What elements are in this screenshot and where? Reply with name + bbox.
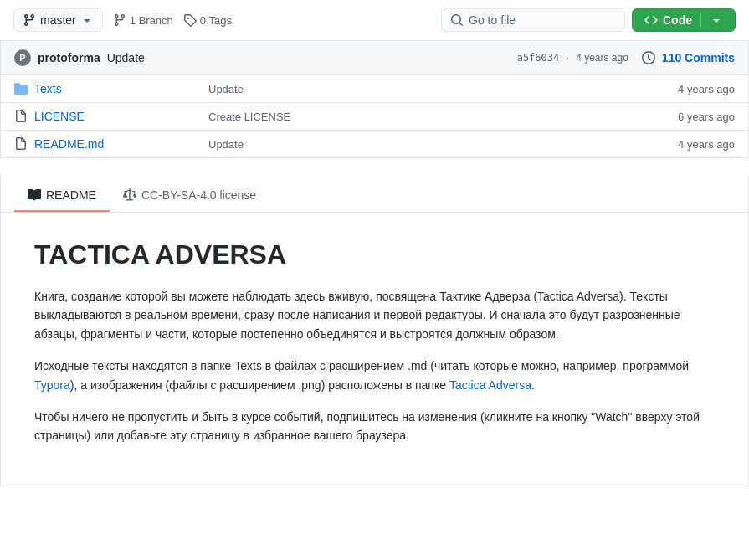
readme-paragraph-3: Чтобы ничего не пропустить и быть в курс…: [34, 408, 715, 445]
avatar: P: [14, 49, 31, 66]
commit-hash: a5f6034: [517, 52, 560, 64]
readme-title: TACTICA ADVERSA: [34, 239, 715, 270]
top-bar: master 1 Branch 0 Tags Go to file Code: [0, 0, 749, 41]
license-link[interactable]: LICENSE: [34, 110, 85, 123]
chevron-down-icon-code: [710, 13, 723, 27]
typora-link[interactable]: Typora: [34, 378, 70, 392]
tab-readme-label: README: [46, 188, 96, 202]
file-commit-license: Create LICENSE: [208, 110, 628, 123]
branch-count: 1 Branch: [130, 14, 173, 27]
table-row: README.md Update 4 years ago: [1, 131, 748, 157]
chevron-down-icon: [80, 13, 94, 27]
tab-readme[interactable]: README: [14, 178, 110, 212]
branch-count-link[interactable]: 1 Branch: [113, 13, 173, 27]
commit-bar: P protoforma Update a5f6034 · 4 years ag…: [0, 41, 749, 75]
file-name-texts: Texts: [34, 82, 202, 95]
readme-content: TACTICA ADVERSA Книга, создание которой …: [0, 213, 749, 486]
commit-age: 4 years ago: [576, 52, 628, 64]
branch-selector[interactable]: master: [13, 8, 103, 32]
commits-link[interactable]: 110 Commits: [662, 51, 735, 64]
file-commit-readme: Update: [208, 138, 628, 151]
clock-icon: [642, 51, 655, 64]
commits-count: 110 Commits: [662, 51, 735, 64]
tag-count-link[interactable]: 0 Tags: [183, 13, 232, 27]
file-time-texts: 4 years ago: [634, 83, 735, 95]
folder-icon: [14, 82, 28, 95]
tab-license-label: CC-BY-SA-4.0 license: [141, 188, 256, 202]
commit-separator: ·: [566, 51, 569, 64]
readme-link[interactable]: README.md: [34, 137, 104, 151]
commit-author[interactable]: protoforma: [38, 51, 100, 64]
table-row: LICENSE Create LICENSE 6 years ago: [1, 103, 748, 131]
file-icon: [14, 110, 28, 123]
tag-icon: [183, 13, 197, 27]
balance-icon: [123, 188, 136, 202]
file-name-readme: README.md: [34, 137, 202, 151]
readme-paragraph-1: Книга, создание которой вы можете наблюд…: [34, 287, 715, 343]
table-row: Texts Update 4 years ago: [1, 75, 748, 103]
tag-count: 0 Tags: [200, 14, 232, 27]
code-button-label: Code: [663, 13, 692, 27]
commit-message: Update: [107, 51, 145, 64]
file-time-license: 6 years ago: [634, 110, 735, 123]
file-table: Texts Update 4 years ago LICENSE Create …: [0, 75, 749, 158]
file-icon: [14, 137, 28, 151]
texts-link[interactable]: Texts: [34, 82, 62, 95]
goto-file-search[interactable]: Go to file: [441, 8, 625, 32]
tab-license[interactable]: CC-BY-SA-4.0 license: [110, 178, 269, 212]
file-commit-texts: Update: [208, 83, 628, 95]
file-name-license: LICENSE: [34, 110, 202, 123]
readme-tabs: README CC-BY-SA-4.0 license: [0, 172, 749, 213]
fork-icon: [113, 13, 126, 27]
branch-icon: [23, 13, 36, 27]
search-placeholder: Go to file: [469, 13, 516, 27]
code-icon: [644, 13, 658, 27]
file-time-readme: 4 years ago: [634, 138, 735, 151]
readme-paragraph-2: Исходные тексты находятся в папке Texts …: [34, 357, 715, 394]
tactica-adversa-link[interactable]: Tactica Adversa: [449, 378, 531, 392]
branch-name: master: [40, 13, 76, 27]
book-icon: [28, 188, 41, 202]
code-button[interactable]: Code: [632, 8, 736, 32]
branch-meta: 1 Branch 0 Tags: [113, 13, 232, 27]
search-icon: [450, 13, 464, 27]
